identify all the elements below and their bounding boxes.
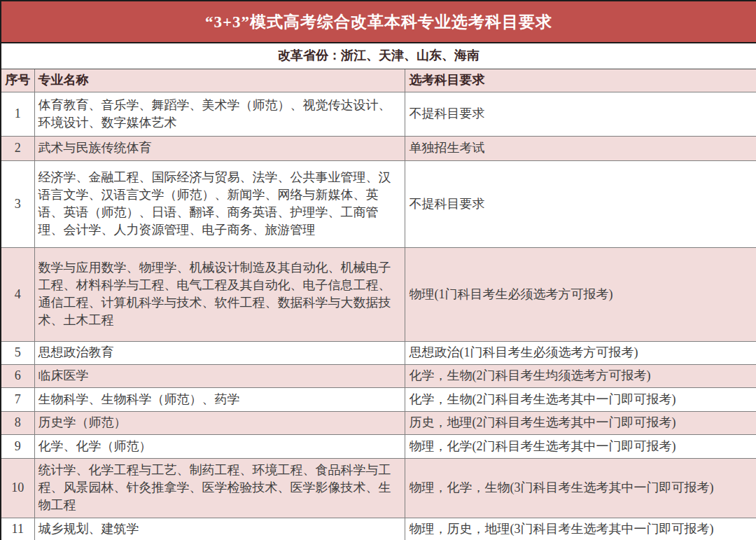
row-number-cell: 7 <box>1 387 34 411</box>
majors-cell: 统计学、化学工程与工艺、制药工程、环境工程、食品科学与工程、风景园林、针灸推拿学… <box>34 458 405 518</box>
table-row: 10统计学、化学工程与工艺、制药工程、环境工程、食品科学与工程、风景园林、针灸推… <box>1 458 756 518</box>
majors-cell: 数学与应用数学、物理学、机械设计制造及其自动化、机械电子工程、材料科学与工程、电… <box>34 247 405 341</box>
table-row: 1体育教育、音乐学、舞蹈学、美术学（师范）、视觉传达设计、环境设计、数字媒体艺术… <box>1 92 756 136</box>
table-row: 3经济学、金融工程、国际经济与贸易、法学、公共事业管理、汉语言文学、汉语言文学（… <box>1 160 756 247</box>
majors-cell: 思想政治教育 <box>34 341 405 364</box>
majors-cell: 生物科学、生物科学（师范）、药学 <box>34 387 405 411</box>
table-row: 7生物科学、生物科学（师范）、药学化学，生物(2门科目考生选考其中一门即可报考) <box>1 387 756 411</box>
requirement-cell: 物理，历史，地理(3门科目考生选考其中一门即可报考) <box>405 518 756 540</box>
majors-cell: 临床医学 <box>34 364 405 387</box>
row-number-cell: 8 <box>1 411 34 434</box>
requirement-cell: 思想政治(1门科目考生必须选考方可报考) <box>405 341 756 364</box>
majors-cell: 武术与民族传统体育 <box>34 136 405 160</box>
row-number-cell: 2 <box>1 136 34 160</box>
row-number-cell: 1 <box>1 92 34 136</box>
row-number-cell: 10 <box>1 458 34 518</box>
requirement-cell: 物理，化学(2门科目考生选考其中一门即可报考) <box>405 434 756 458</box>
requirement-cell: 物理(1门科目考生必须选考方可报考) <box>405 247 756 341</box>
table-subtitle-row: 改革省份：浙江、天津、山东、海南 <box>1 43 756 69</box>
subject-requirements-table: “3+3”模式高考综合改革本科专业选考科目要求 改革省份：浙江、天津、山东、海南… <box>0 0 756 540</box>
requirement-cell: 化学，生物(2门科目考生选考其中一门即可报考) <box>405 387 756 411</box>
table-row: 9化学、化学（师范）物理，化学(2门科目考生选考其中一门即可报考) <box>1 434 756 458</box>
majors-cell: 城乡规划、建筑学 <box>34 518 405 540</box>
majors-cell: 化学、化学（师范） <box>34 434 405 458</box>
table-row: 11城乡规划、建筑学物理，历史，地理(3门科目考生选考其中一门即可报考) <box>1 518 756 540</box>
requirement-cell: 不提科目要求 <box>405 92 756 136</box>
table-title-row: “3+3”模式高考综合改革本科专业选考科目要求 <box>1 1 756 43</box>
table-body: 1体育教育、音乐学、舞蹈学、美术学（师范）、视觉传达设计、环境设计、数字媒体艺术… <box>1 92 756 540</box>
row-number-cell: 6 <box>1 364 34 387</box>
requirement-cell: 单独招生考试 <box>405 136 756 160</box>
row-number-cell: 3 <box>1 160 34 247</box>
reform-provinces-label: 改革省份：浙江、天津、山东、海南 <box>1 43 756 69</box>
table-row: 8历史学（师范）历史，地理(2门科目考生选考其中一门即可报考) <box>1 411 756 434</box>
table-row: 6临床医学化学，生物(2门科目考生均须选考方可报考) <box>1 364 756 387</box>
requirement-cell: 化学，生物(2门科目考生均须选考方可报考) <box>405 364 756 387</box>
table-row: 4数学与应用数学、物理学、机械设计制造及其自动化、机械电子工程、材料科学与工程、… <box>1 247 756 341</box>
row-number-cell: 9 <box>1 434 34 458</box>
row-number-cell: 4 <box>1 247 34 341</box>
column-header-number: 序号 <box>1 69 34 92</box>
table-row: 5思想政治教育思想政治(1门科目考生必须选考方可报考) <box>1 341 756 364</box>
majors-cell: 历史学（师范） <box>34 411 405 434</box>
row-number-cell: 11 <box>1 518 34 540</box>
majors-cell: 体育教育、音乐学、舞蹈学、美术学（师范）、视觉传达设计、环境设计、数字媒体艺术 <box>34 92 405 136</box>
table-header-row: 序号 专业名称 选考科目要求 <box>1 69 756 92</box>
row-number-cell: 5 <box>1 341 34 364</box>
column-header-requirement: 选考科目要求 <box>405 69 756 92</box>
table-title: “3+3”模式高考综合改革本科专业选考科目要求 <box>1 1 756 43</box>
requirement-cell: 不提科目要求 <box>405 160 756 247</box>
majors-cell: 经济学、金融工程、国际经济与贸易、法学、公共事业管理、汉语言文学、汉语言文学（师… <box>34 160 405 247</box>
requirement-cell: 物理，化学，生物(3门科目考生选考其中一门即可报考) <box>405 458 756 518</box>
table-row: 2武术与民族传统体育单独招生考试 <box>1 136 756 160</box>
column-header-majors: 专业名称 <box>34 69 405 92</box>
requirement-cell: 历史，地理(2门科目考生选考其中一门即可报考) <box>405 411 756 434</box>
